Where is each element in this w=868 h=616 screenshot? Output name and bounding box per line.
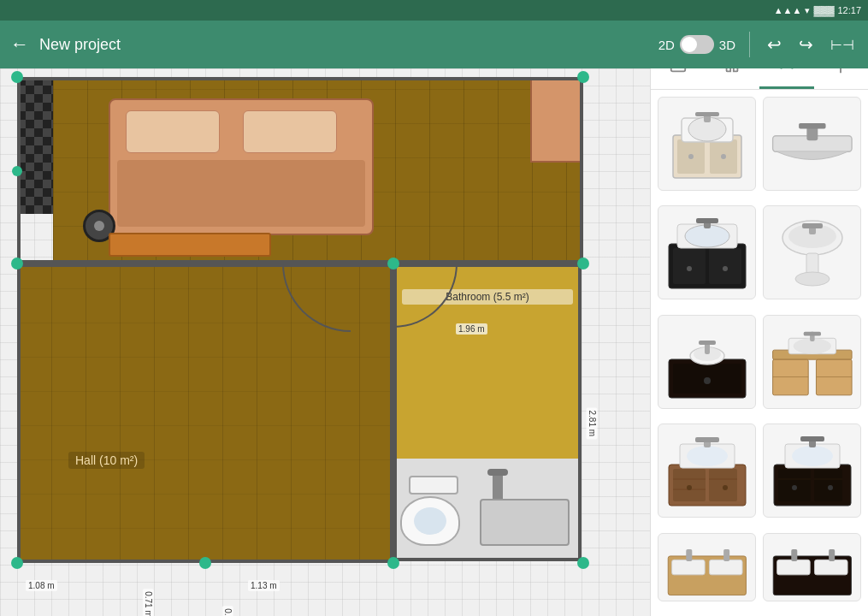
svg-rect-76 [829, 549, 835, 561]
2d-3d-toggle[interactable] [680, 35, 714, 54]
toilet-tank [409, 476, 458, 495]
handle-bl[interactable] [11, 557, 23, 569]
item-open-vanity[interactable] [763, 315, 861, 409]
svg-rect-74 [814, 560, 847, 575]
svg-rect-53 [695, 437, 719, 442]
svg-point-51 [687, 446, 728, 466]
undo-button[interactable]: ↩ [764, 31, 785, 58]
svg-rect-36 [772, 359, 808, 395]
bench [109, 233, 271, 257]
svg-rect-19 [696, 218, 718, 223]
svg-rect-7 [695, 112, 719, 116]
item-basin-wide[interactable] [763, 97, 861, 191]
svg-point-34 [704, 377, 711, 384]
bed [109, 98, 374, 235]
svg-rect-73 [776, 560, 810, 575]
label-2d: 2D [658, 38, 675, 52]
svg-point-21 [723, 266, 728, 271]
bedroom-floor [53, 77, 583, 261]
item-vanity-white[interactable] [658, 97, 756, 191]
handle-bc[interactable] [387, 557, 399, 569]
svg-rect-37 [816, 359, 852, 395]
handle-mc[interactable] [387, 258, 399, 270]
bed-pillow-right [243, 110, 337, 153]
svg-point-54 [687, 485, 692, 490]
svg-rect-75 [791, 549, 797, 561]
measure-v2: 0.61 m [222, 606, 233, 616]
svg-point-66 [828, 485, 833, 490]
handle-tr[interactable] [577, 71, 589, 83]
svg-rect-43 [803, 332, 820, 336]
project-title: New project [39, 36, 648, 54]
speaker-inner [94, 221, 104, 231]
measure-height-bathroom: 2.81 m [587, 408, 598, 440]
handle-mr[interactable] [577, 258, 589, 270]
svg-rect-70 [686, 549, 692, 561]
svg-point-8 [688, 154, 694, 159]
svg-rect-64 [800, 436, 824, 441]
item-vanity-dark[interactable] [658, 205, 756, 299]
svg-rect-58 [814, 469, 842, 501]
svg-rect-69 [709, 560, 742, 575]
label-3d: 3D [719, 38, 735, 52]
item-vanity-espresso[interactable] [763, 424, 861, 518]
back-button[interactable]: ← [10, 33, 29, 56]
ruler-button[interactable]: ⊢⊣ [827, 33, 858, 56]
item-vanity-wood[interactable] [658, 424, 756, 518]
signal-icon: ▲▲▲ [774, 5, 802, 15]
battery-icon: ▓▓▓ [813, 5, 834, 15]
wifi-icon: ▾ [805, 5, 810, 16]
view-toggle-group: 2D 3D [658, 35, 735, 54]
toilet-inner [414, 507, 446, 535]
svg-point-25 [795, 272, 830, 286]
svg-rect-71 [723, 549, 729, 561]
svg-rect-12 [799, 123, 825, 128]
status-bar: ▲▲▲ ▾ ▓▓▓ 12:17 [0, 0, 868, 21]
measure-hall-width2: 1.13 m [248, 580, 280, 591]
toolbar-divider [749, 32, 750, 57]
toolbar: ← New project 2D 3D ↩ ↪ ⊢⊣ [0, 21, 868, 68]
checker-pattern [17, 77, 53, 214]
nightstand [530, 77, 583, 163]
svg-point-55 [723, 485, 728, 490]
time-display: 12:17 [837, 5, 861, 15]
handle-ml[interactable] [11, 258, 23, 270]
item-double-sink2[interactable] [763, 533, 861, 601]
redo-button[interactable]: ↪ [795, 31, 817, 58]
svg-point-62 [792, 446, 833, 466]
svg-point-9 [721, 154, 726, 159]
toggle-knob [682, 37, 697, 52]
measure-width-bathroom: 1.96 m [456, 323, 487, 335]
door-arc-hall [282, 264, 351, 332]
handle-left-mid[interactable] [12, 166, 22, 176]
bathroom-floor: Bathroom (5.5 m²) [393, 264, 582, 561]
item-double-sink1[interactable] [658, 533, 756, 601]
toilet-bowl [400, 496, 460, 546]
bed-pillow-left [126, 110, 220, 153]
sink-area [475, 469, 574, 546]
svg-point-20 [687, 266, 692, 271]
furniture-panel: ← Wash-basins 📌 ✕ [650, 0, 868, 616]
handle-tl[interactable] [11, 71, 23, 83]
corner-dark [17, 77, 53, 214]
svg-rect-46 [709, 469, 737, 501]
svg-rect-68 [671, 560, 705, 575]
handle-bm[interactable] [199, 557, 211, 569]
svg-rect-33 [699, 341, 716, 345]
status-icons: ▲▲▲ ▾ ▓▓▓ 12:17 [774, 5, 861, 16]
floor-plan-canvas[interactable]: Hall (10 m²) Bathroom (5.5 m²) [0, 68, 650, 616]
toilet [400, 476, 467, 546]
items-grid [651, 90, 868, 616]
measure-hall-width: 1.08 m [26, 580, 57, 591]
bed-cover [117, 160, 365, 227]
hall-label: Hall (10 m²) [68, 452, 145, 469]
svg-rect-27 [802, 223, 823, 228]
item-vanity-dark2[interactable] [658, 315, 756, 409]
sink-base [480, 499, 570, 546]
svg-point-65 [792, 485, 797, 490]
measure-v1: 0.71 m [143, 589, 154, 616]
faucet-head [487, 469, 508, 476]
handle-br[interactable] [577, 557, 589, 569]
hall-floor: Hall (10 m²) [17, 264, 393, 563]
item-pedestal-sink[interactable] [763, 205, 861, 299]
